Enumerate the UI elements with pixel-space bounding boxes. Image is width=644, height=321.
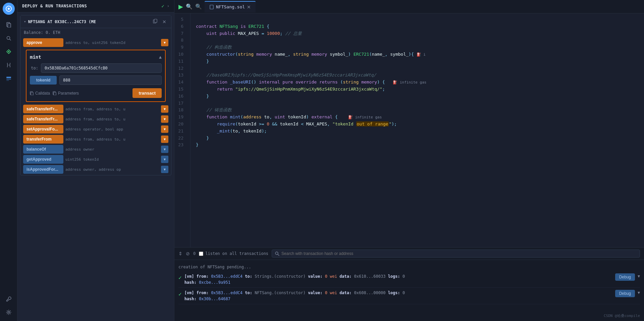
wrench-icon[interactable] (3, 293, 15, 305)
panel-header: DEPLOY & RUN TRANSACTIONS ✓ › (17, 0, 174, 12)
calldata-label: Calldata (35, 91, 50, 96)
mint-header: mint ▴ (30, 54, 162, 60)
log-chevron-2[interactable]: ▾ (638, 290, 640, 295)
console-panel: ⇕ ⊘ 0 listen on all transactions creatio… (174, 247, 644, 321)
safetransfer2-row: safeTransferFr... address from, address … (23, 115, 168, 123)
code-editor[interactable]: contract NFTSang is ERC721 { uint public… (191, 13, 644, 247)
safetransfer2-button[interactable]: safeTransferFr... (23, 115, 63, 123)
approve-params: address to, uint256 tokenId (65, 41, 159, 45)
functions-list: approve address to, uint256 tokenId ▾ mi… (20, 37, 171, 175)
copy-address-button[interactable] (152, 18, 159, 25)
console-stop-button[interactable]: ⊘ (186, 251, 190, 256)
transferfrom-expand-button[interactable]: ▾ (161, 136, 168, 143)
tokenid-button[interactable]: tokenId (30, 76, 57, 85)
tokenid-input[interactable] (59, 75, 162, 85)
parameters-button[interactable]: Parameters (53, 91, 79, 96)
editor-header: ▶ 🔍 🔍 NFTSang.sol ✕ (174, 0, 644, 13)
tab-close-button[interactable]: ✕ (247, 4, 251, 10)
svg-point-10 (8, 312, 9, 313)
mint-collapse-button[interactable]: ▴ (159, 54, 162, 60)
mint-actions: Calldata Parameters transact (30, 88, 162, 98)
watermark: CSDN @哈桑compile (604, 313, 640, 318)
isapproved-button[interactable]: isApprovedFor... (23, 165, 63, 174)
transferfrom-button[interactable]: transferFrom (23, 135, 63, 144)
balanceof-params: address owner (65, 147, 159, 152)
log-chevron-1[interactable]: ▾ (638, 273, 640, 279)
transaction-icon[interactable] (3, 72, 15, 85)
svg-point-6 (8, 51, 9, 52)
svg-rect-9 (6, 80, 9, 81)
mint-to-input[interactable] (41, 63, 162, 73)
left-panel: DEPLOY & RUN TRANSACTIONS ✓ › ▾ NFTSANG … (17, 0, 174, 321)
console-toolbar: ⇕ ⊘ 0 listen on all transactions (174, 248, 644, 260)
zoom-out-button[interactable]: 🔍 (195, 3, 202, 10)
log-text-2: [vm] from: 0x5B3...eddC4 to: NFTSang.(co… (184, 290, 612, 302)
debug-button-1[interactable]: Debug (615, 273, 635, 281)
parameters-label: Parameters (58, 91, 79, 96)
plugin-icon[interactable] (3, 59, 15, 71)
status-check-icon: ✓ (161, 3, 164, 9)
icon-rail (0, 0, 17, 321)
setapproval-expand-button[interactable]: ▾ (161, 125, 168, 133)
svg-point-18 (275, 252, 278, 255)
forward-icon: › (167, 4, 169, 8)
app-logo (3, 3, 15, 15)
getapproved-expand-button[interactable]: ▾ (161, 156, 168, 163)
panel-title: DEPLOY & RUN TRANSACTIONS (22, 4, 159, 8)
transact-button[interactable]: transact (132, 88, 162, 98)
right-panel: ▶ 🔍 🔍 NFTSang.sol ✕ 56789 1011121314 151… (174, 0, 644, 321)
isapproved-expand-button[interactable]: ▾ (161, 166, 168, 173)
tab-label: NFTSang.sol (216, 4, 245, 9)
setapproval-button[interactable]: setApprovalFo... (23, 125, 63, 133)
deploy-icon[interactable] (3, 46, 15, 58)
contract-header: ▾ NFTSANG AT 0X38C...24C73 (ME ✕ (20, 15, 171, 28)
safetransfer1-params: address from, address to, u (65, 107, 159, 111)
sol-tab[interactable]: NFTSang.sol ✕ (205, 1, 256, 12)
svg-rect-8 (6, 78, 11, 79)
collapse-arrow-icon: ▾ (24, 19, 26, 24)
console-output: creation of NFTSang pending... ✓ [vm] fr… (174, 260, 644, 321)
mint-expanded-section: mint ▴ to: tokenId Calldata (26, 50, 166, 102)
console-count: 0 (193, 251, 196, 256)
zoom-in-button[interactable]: 🔍 (186, 3, 193, 10)
settings-icon[interactable] (3, 306, 15, 318)
balance-display: Balance: 0. ETH (20, 28, 171, 37)
log-entry: ✓ [vm] from: 0x5B3...eddC4 to: Strings.(… (178, 271, 640, 288)
balanceof-expand-button[interactable]: ▾ (161, 146, 168, 153)
transferfrom-params: address from, address to, u (65, 137, 159, 142)
log-success-icon: ✓ (178, 274, 182, 282)
svg-rect-17 (210, 5, 213, 9)
run-button[interactable]: ▶ (178, 3, 183, 10)
safetransfer1-button[interactable]: safeTransferFr... (23, 105, 63, 113)
setapproval-params: address operator, bool app (65, 127, 159, 131)
tokenid-row: tokenId (30, 75, 162, 85)
files-icon[interactable] (3, 19, 15, 31)
log-entry-2: ✓ [vm] from: 0x5B3...eddC4 to: NFTSang.(… (178, 288, 640, 304)
balanceof-button[interactable]: balanceOf (23, 145, 63, 154)
svg-line-5 (10, 39, 11, 40)
approve-button[interactable]: approve (23, 38, 63, 47)
transferfrom-row: transferFrom address from, address to, u… (23, 135, 168, 144)
isapproved-row: isApprovedFor... address owner, address … (23, 165, 168, 174)
approve-row: approve address to, uint256 tokenId ▾ (23, 38, 168, 47)
safetransfer2-params: address from, address to, u (65, 117, 159, 121)
debug-button-2[interactable]: Debug (615, 290, 635, 297)
svg-rect-14 (31, 92, 33, 95)
safetransfer2-expand-button[interactable]: ▾ (161, 115, 168, 123)
search-icon[interactable] (3, 32, 15, 44)
console-collapse-button[interactable]: ⇕ (178, 251, 182, 256)
contract-section: ▾ NFTSANG AT 0X38C...24C73 (ME ✕ Balance… (20, 15, 171, 175)
svg-rect-7 (6, 77, 11, 78)
console-search-input[interactable] (281, 251, 637, 256)
getapproved-button[interactable]: getApproved (23, 155, 63, 164)
getapproved-params: uint256 tokenId (65, 157, 159, 162)
close-contract-button[interactable]: ✕ (161, 18, 168, 25)
listen-checkbox[interactable] (199, 252, 203, 256)
setapproval-row: setApprovalFo... address operator, bool … (23, 125, 168, 133)
svg-point-4 (7, 37, 10, 40)
calldata-button[interactable]: Calldata (30, 91, 50, 96)
console-search-icon (275, 251, 279, 256)
svg-rect-3 (8, 23, 11, 28)
approve-expand-button[interactable]: ▾ (161, 39, 168, 46)
safetransfer1-expand-button[interactable]: ▾ (161, 105, 168, 113)
